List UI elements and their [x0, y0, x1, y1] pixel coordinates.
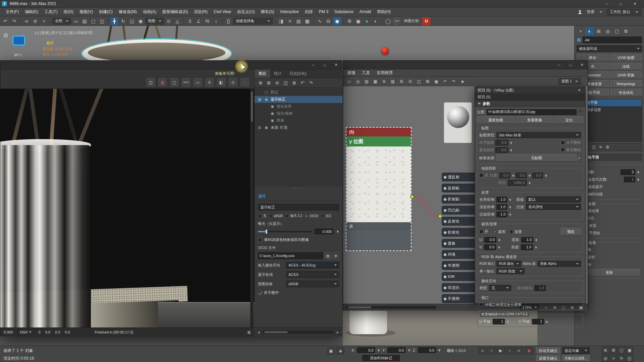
v-field[interactable]: 0.0	[484, 244, 496, 250]
new-version-link[interactable]: 新版本可用!	[215, 71, 234, 76]
iterations-spinner[interactable]	[637, 169, 640, 175]
redo-icon[interactable]: ↷	[450, 77, 458, 85]
menu-item[interactable]: 自定义(U)	[234, 8, 258, 16]
preview-navigator-icon[interactable]: ▣	[432, 77, 440, 85]
layer-list-icon[interactable]: ≣	[292, 80, 296, 85]
exposure-slider[interactable]	[258, 231, 312, 232]
browse-folder-icon[interactable]: ▤	[324, 252, 331, 259]
bind-to-space-warp-icon[interactable]: ≈	[40, 17, 48, 25]
object-name-field[interactable]: Jar	[583, 37, 642, 43]
ribbon-icon[interactable]: ▦	[303, 17, 311, 25]
vertical-rotation-field[interactable]: 0.0	[495, 147, 508, 153]
minimize-icon[interactable]: ─	[600, 0, 614, 7]
filter-multiplier-field[interactable]: 1.0	[496, 212, 507, 217]
zoom-extents-selected-icon[interactable]: ▣	[626, 347, 633, 354]
bitmap-path-field[interactable]: H:\贴图\脏旧黑白图\脏旧 (5).jpg	[487, 109, 577, 115]
position-x-field[interactable]: 0.0	[499, 173, 510, 178]
display-tab-icon[interactable]: ▢	[613, 27, 621, 35]
material-id-channel-icon[interactable]: ⊠	[424, 77, 432, 85]
y-coordinate-field[interactable]: 0.0	[387, 347, 406, 353]
spinner-snap-icon[interactable]: ↕	[212, 17, 220, 25]
menu-item[interactable]: 内容	[302, 8, 316, 16]
maximize-viewport-icon[interactable]: ◱	[626, 355, 633, 362]
render-multiplier-field[interactable]: 1.0	[496, 204, 507, 210]
edit-named-selection-sets-icon[interactable]: {}	[224, 17, 232, 25]
next-frame-icon[interactable]: ›	[505, 347, 514, 354]
x-spinner[interactable]	[377, 347, 380, 353]
lock-selection-icon[interactable]: ◈	[337, 347, 344, 355]
modifier-button[interactable]: Retopology	[610, 80, 642, 87]
undo-icon[interactable]: ↶	[441, 77, 449, 85]
save-image-icon[interactable]: ◫	[147, 78, 155, 86]
menu-item[interactable]: 图形编辑器(D)	[159, 8, 191, 16]
map-type-dropdown[interactable]: 3ds Max 标准	[496, 132, 581, 138]
interpolation-dropdown[interactable]: 默认	[526, 196, 581, 202]
undo-icon[interactable]: ↶	[1, 17, 9, 25]
minimize-icon[interactable]: ─	[553, 62, 565, 68]
exposure-value-field[interactable]: 0.000	[315, 229, 333, 234]
remove-layer-icon[interactable]: ⊖	[275, 80, 279, 85]
stamp-icon[interactable]: A	[205, 78, 214, 86]
half-resolution-icon[interactable]: 50%	[182, 78, 190, 86]
slate-menu-item[interactable]: 工具	[359, 70, 373, 76]
selected-filter-dropdown[interactable]: 选定对象	[562, 347, 590, 354]
curve-editor-icon[interactable]: ∿	[316, 17, 324, 25]
menu-item[interactable]: 组(G)	[61, 8, 76, 16]
filter-dropdown[interactable]: 各向异性	[526, 204, 581, 210]
close-icon[interactable]: ✕	[628, 0, 642, 7]
menu-item[interactable]: PM 3	[316, 8, 331, 16]
play-icon[interactable]: ▶	[496, 347, 505, 354]
redo-icon[interactable]: ↷	[10, 17, 18, 25]
update-option-radio[interactable]: 手动	[579, 261, 640, 267]
colorspace-type-dropdown[interactable]: 无	[489, 285, 511, 291]
workspace-dropdown[interactable]: 工作区: 默认	[607, 9, 641, 15]
z-coordinate-field[interactable]: 0.0	[418, 347, 436, 353]
rendered-frame-window-icon[interactable]: ▣	[354, 17, 362, 25]
use-pivot-point-icon[interactable]: ⊙	[165, 17, 173, 25]
iterations-field[interactable]: 3	[621, 169, 635, 175]
height-field[interactable]: 1.0	[521, 244, 533, 250]
bitmap-node[interactable]: (5) y 位图 源	[346, 127, 412, 251]
hierarchy-tab-icon[interactable]: ⊞	[595, 27, 603, 35]
track-mouse-icon[interactable]: ⊙	[229, 78, 237, 86]
select-object-icon[interactable]: ▭	[72, 17, 80, 25]
vfb-panel-tab[interactable]: 图层	[255, 69, 270, 78]
render-iterative-icon[interactable]: ◐	[372, 17, 380, 25]
crop-on-checkbox[interactable]	[479, 230, 483, 234]
view-image-button[interactable]: 查看图像	[516, 116, 553, 124]
layer-row[interactable]: ▣ 降噪	[255, 117, 342, 124]
viewport-pov-label[interactable]: [+] [透视] [用户定义] [默认明暗处理]	[35, 31, 93, 36]
close-icon[interactable]: ✕	[576, 62, 588, 68]
hide-unused-slots-icon[interactable]: ◫	[415, 77, 423, 85]
output-socket[interactable]	[410, 195, 414, 199]
layer-row[interactable]: ▣ 镜头效果	[255, 103, 342, 110]
viewport-layout-tab[interactable]: MT-1	[14, 53, 22, 57]
parameters-title-bar[interactable]: 脏旧 (5) （VRay 位图） ✕	[475, 87, 585, 94]
layer-explorer-icon[interactable]: ▤	[294, 17, 303, 25]
place-radio[interactable]: 放置	[509, 229, 522, 234]
make-unique-icon[interactable]: ◫	[592, 145, 595, 149]
selection-filter-dropdown[interactable]: 全部	[52, 18, 71, 24]
inverse-gamma-field[interactable]: 1.0	[534, 285, 546, 291]
show-background-icon[interactable]: ▦	[371, 77, 379, 85]
z-spinner[interactable]	[438, 347, 441, 353]
bitmap-node-subtitle[interactable]: y 位图	[346, 136, 411, 146]
u-field[interactable]: 0.0	[484, 237, 496, 243]
render-iterations-spinner[interactable]	[637, 177, 640, 182]
panel-horizontal-scrollbar[interactable]	[262, 330, 334, 334]
modifier-button[interactable]: 法线	[610, 63, 642, 70]
horizontal-rotation-field[interactable]: 0.0	[495, 140, 508, 145]
correction-radio[interactable]: ICC	[321, 214, 331, 218]
input-colorspace-dropdown[interactable]: ACES - ACEScg	[286, 262, 339, 268]
rgb-output-dropdown[interactable]: RGB 颜色	[496, 261, 521, 267]
select-and-manipulate-icon[interactable]: ◬	[173, 17, 181, 25]
undo-icon[interactable]: ↶	[301, 80, 305, 85]
menu-item[interactable]: 修改器(M)	[116, 8, 140, 16]
ocio-path-field[interactable]: C:\aces_1.2\config.ocio	[258, 252, 323, 259]
vertical-flip-checkbox[interactable]	[561, 148, 565, 152]
correction-radio[interactable]: 无	[258, 214, 266, 218]
composition-split-button[interactable]: 构图分割	[401, 18, 422, 23]
material-node-preview[interactable]	[444, 102, 472, 143]
reference-coordinate-dropdown[interactable]: 视图	[145, 18, 164, 24]
parameters-rollout-header[interactable]: 参数	[475, 100, 585, 107]
